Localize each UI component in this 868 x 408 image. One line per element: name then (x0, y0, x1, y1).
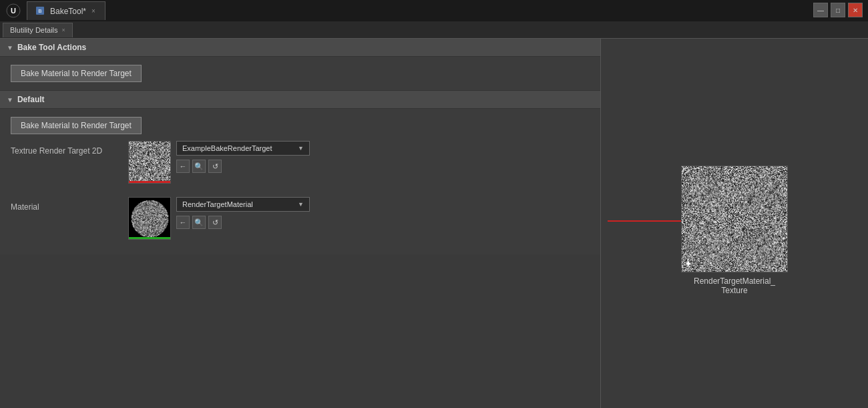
tab-bar: B BakeTool* × (27, 1, 863, 20)
blutility-tab-close[interactable]: × (62, 27, 65, 33)
material-dropdown-row: RenderTargetMaterial ▼ (176, 197, 310, 212)
material-icon-buttons: ← 🔍 ↺ (176, 214, 310, 230)
baketool-tab-label: BakeTool* (50, 7, 86, 16)
texture-render-target-thumbnail (128, 141, 171, 184)
bottom-empty-area (0, 254, 600, 408)
texture-asset-name: ExampleBakeRenderTarget (182, 144, 272, 152)
material-row: Material RenderTargetMaterial ▼ (11, 190, 590, 246)
bake-material-default-button[interactable]: Bake Material to Render Target (11, 117, 142, 134)
texture-preview-thumb: ✦ (681, 166, 788, 272)
bake-actions-title: Bake Tool Actions (17, 43, 86, 52)
texture-dropdown-container: ExampleBakeRenderTarget ▼ ← 🔍 ↺ (176, 141, 310, 174)
texture-star-icon: ✦ (684, 258, 692, 269)
svg-text:U: U (11, 7, 16, 15)
material-search-icon: 🔍 (194, 218, 204, 227)
default-section-title: Default (17, 95, 45, 104)
bake-actions-arrow-icon: ▼ (7, 44, 13, 51)
default-section-header[interactable]: ▼ Default (0, 91, 600, 109)
blutility-details-tab[interactable]: Blutility Details × (3, 23, 73, 37)
texture-render-target-row: Textrue Render Target 2D ExampleBakeRend… (11, 134, 590, 190)
material-control: RenderTargetMaterial ▼ ← 🔍 ↺ (128, 197, 310, 240)
maximize-button[interactable]: □ (831, 3, 845, 17)
texture-reset-button[interactable]: ↺ (208, 160, 222, 173)
material-asset-dropdown[interactable]: RenderTargetMaterial ▼ (176, 197, 310, 212)
material-thumbnail (128, 197, 171, 240)
material-search-button[interactable]: 🔍 (192, 216, 206, 229)
texture-dropdown-arrow-icon: ▼ (298, 145, 304, 152)
svg-text:B: B (38, 8, 41, 14)
texture-icon-buttons: ← 🔍 ↺ (176, 158, 310, 174)
close-button[interactable]: ✕ (848, 3, 863, 17)
texture-preview: ✦ RenderTargetMaterial_ Texture (681, 166, 788, 295)
texture-render-target-control: ExampleBakeRenderTarget ▼ ← 🔍 ↺ (128, 141, 310, 184)
texture-preview-name: RenderTargetMaterial_ Texture (694, 276, 775, 295)
tab-icon: B (35, 6, 46, 17)
main-layout: ▼ Bake Tool Actions Bake Material to Ren… (0, 39, 868, 408)
texture-dropdown-row: ExampleBakeRenderTarget ▼ (176, 141, 310, 156)
texture-back-button[interactable]: ← (176, 160, 190, 173)
left-panel: ▼ Bake Tool Actions Bake Material to Ren… (0, 39, 601, 408)
material-reset-button[interactable]: ↺ (208, 216, 222, 229)
texture-search-icon: 🔍 (194, 162, 204, 171)
default-arrow-icon: ▼ (7, 96, 13, 104)
bake-actions-section: Bake Material to Render Target (0, 57, 600, 91)
texture-render-target-label: Textrue Render Target 2D (11, 141, 118, 156)
ue-logo-icon: U (5, 3, 21, 19)
title-bar: U B BakeTool* × — □ ✕ (0, 0, 868, 21)
window-controls: — □ ✕ (813, 3, 863, 17)
baketool-tab[interactable]: B BakeTool* × (27, 1, 105, 20)
texture-asset-dropdown[interactable]: ExampleBakeRenderTarget ▼ (176, 141, 310, 156)
blutility-tab-bar: Blutility Details × (0, 21, 868, 39)
material-asset-name: RenderTargetMaterial (182, 200, 253, 208)
minimize-button[interactable]: — (813, 3, 828, 17)
material-label: Material (11, 197, 118, 212)
material-back-button[interactable]: ← (176, 216, 190, 229)
baketool-tab-close[interactable]: × (90, 7, 97, 15)
material-dropdown-arrow-icon: ▼ (298, 201, 304, 208)
blutility-tab-label: Blutility Details (10, 26, 58, 34)
texture-search-button[interactable]: 🔍 (192, 160, 206, 173)
bake-material-actions-button[interactable]: Bake Material to Render Target (11, 65, 142, 82)
bake-tool-actions-header[interactable]: ▼ Bake Tool Actions (0, 39, 600, 57)
default-section-content: Bake Material to Render Target Textrue R… (0, 109, 600, 254)
right-panel: ✦ RenderTargetMaterial_ Texture (601, 39, 868, 408)
material-dropdown-container: RenderTargetMaterial ▼ ← 🔍 ↺ (176, 197, 310, 230)
